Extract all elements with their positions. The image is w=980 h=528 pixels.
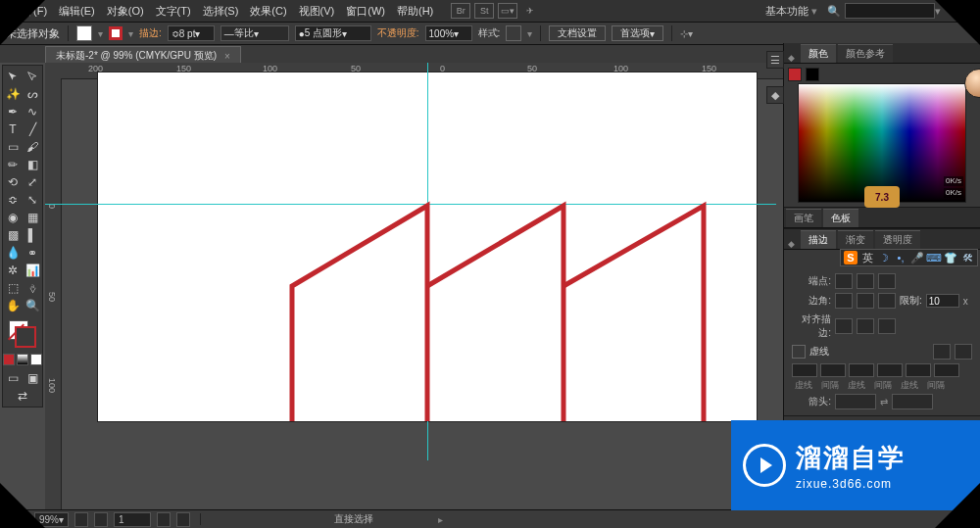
panel-flyout-icon[interactable]: ◆ bbox=[788, 239, 795, 249]
fill-swatch[interactable] bbox=[76, 25, 92, 41]
menu-object[interactable]: 对象(O) bbox=[101, 4, 150, 19]
fill-stroke-control[interactable] bbox=[3, 318, 42, 350]
eyedropper-tool[interactable]: 💧 bbox=[3, 244, 23, 262]
doc-setup-button[interactable]: 文档设置 bbox=[549, 25, 606, 41]
menu-edit[interactable]: 编辑(E) bbox=[53, 4, 101, 19]
tab-stroke[interactable]: 描边 bbox=[801, 230, 836, 249]
ime-toolbox-icon[interactable]: 🛠 bbox=[960, 251, 974, 264]
ime-mic-icon[interactable]: 🎤 bbox=[910, 251, 924, 264]
slice-tool[interactable]: ⎀ bbox=[23, 279, 42, 297]
blend-tool[interactable]: ⚭ bbox=[23, 244, 42, 262]
ime-skin-icon[interactable]: 👕 bbox=[944, 251, 957, 264]
pen-tool[interactable]: ✒ bbox=[3, 103, 23, 120]
zoom-tool[interactable]: 🔍 bbox=[23, 297, 42, 314]
status-dropdown-icon[interactable]: ▸ bbox=[438, 514, 443, 525]
align-inside[interactable] bbox=[857, 318, 874, 334]
rectangle-tool[interactable]: ▭ bbox=[3, 138, 23, 156]
tab-transparency[interactable]: 透明度 bbox=[875, 230, 920, 249]
stroke-swatch[interactable] bbox=[109, 26, 122, 40]
style-swatch[interactable] bbox=[506, 25, 521, 41]
canvas-area[interactable]: 200 150 100 50 0 50 100 150 0 50 100 bbox=[45, 63, 784, 510]
symbol-sprayer-tool[interactable]: ✲ bbox=[3, 262, 23, 279]
ime-logo-icon[interactable]: S bbox=[844, 251, 858, 264]
free-transform-tool[interactable]: ⤡ bbox=[23, 191, 42, 209]
brush-def[interactable]: ● 5 点圆形 ▾ bbox=[295, 25, 371, 41]
menu-help[interactable]: 帮助(H) bbox=[391, 4, 439, 19]
tab-brushes[interactable]: 画笔 bbox=[786, 209, 821, 227]
eraser-tool[interactable]: ◧ bbox=[23, 156, 42, 173]
ime-toolbar[interactable]: S 英 ☽ •, 🎤 ⌨ 👕 🛠 bbox=[840, 249, 978, 266]
ime-moon-icon[interactable]: ☽ bbox=[877, 251, 891, 264]
close-tab-icon[interactable]: × bbox=[224, 51, 230, 62]
workspace-switcher[interactable]: 基本功能 ▾ bbox=[765, 4, 817, 19]
stroke-weight-input[interactable]: ≎ 8 pt ▾ bbox=[168, 25, 215, 41]
dashed-checkbox[interactable] bbox=[792, 345, 806, 359]
miter-limit-input[interactable] bbox=[926, 294, 959, 308]
artwork-path[interactable] bbox=[98, 72, 757, 421]
last-artboard-button[interactable] bbox=[176, 512, 190, 527]
artboard[interactable] bbox=[98, 72, 757, 421]
artboard-tool[interactable]: ⬚ bbox=[3, 279, 23, 297]
perspective-tool[interactable]: ▦ bbox=[23, 209, 42, 226]
tab-color-guide[interactable]: 颜色参考 bbox=[838, 44, 893, 63]
scale-tool[interactable]: ⤢ bbox=[23, 173, 42, 191]
join-round[interactable] bbox=[857, 293, 874, 309]
hand-tool[interactable]: ✋ bbox=[3, 297, 23, 314]
rotate-tool[interactable]: ⟲ bbox=[3, 173, 23, 191]
tab-swatches[interactable]: 色板 bbox=[823, 209, 858, 227]
graph-tool[interactable]: 📊 bbox=[23, 262, 42, 279]
transform-icon[interactable]: ⊹▾ bbox=[680, 28, 693, 39]
dash-align[interactable] bbox=[955, 344, 972, 360]
arrow-end[interactable] bbox=[892, 394, 933, 409]
cap-round[interactable] bbox=[857, 273, 874, 289]
panel-flyout-icon[interactable]: ◆ bbox=[788, 53, 795, 63]
menu-window[interactable]: 窗口(W) bbox=[340, 4, 391, 19]
curvature-tool[interactable]: ∿ bbox=[23, 103, 42, 120]
cap-projecting[interactable] bbox=[878, 273, 896, 289]
current-fill-swatch[interactable] bbox=[788, 68, 802, 81]
magic-wand-tool[interactable]: ✨ bbox=[3, 85, 23, 103]
dash-inputs[interactable] bbox=[788, 361, 976, 379]
stroke-profile[interactable]: — 等比 ▾ bbox=[220, 25, 289, 41]
stroke-label[interactable]: 描边: bbox=[139, 26, 162, 40]
align-outside[interactable] bbox=[878, 318, 896, 334]
paintbrush-tool[interactable]: 🖌 bbox=[23, 138, 42, 156]
mesh-tool[interactable]: ▩ bbox=[3, 226, 23, 244]
ruler-origin[interactable] bbox=[45, 63, 62, 79]
next-artboard-button[interactable] bbox=[157, 512, 171, 527]
edit-toggle[interactable]: ⇄ bbox=[3, 387, 42, 405]
stock-icon[interactable]: St bbox=[474, 3, 494, 19]
search-input[interactable] bbox=[845, 3, 935, 19]
current-stroke-swatch[interactable] bbox=[806, 68, 819, 81]
type-tool[interactable]: T bbox=[3, 120, 23, 138]
screen-mode-full[interactable]: ▣ bbox=[23, 369, 42, 387]
menu-select[interactable]: 选择(S) bbox=[197, 4, 245, 19]
tab-color[interactable]: 颜色 bbox=[801, 44, 836, 63]
shaper-tool[interactable]: ✏ bbox=[3, 156, 23, 173]
prefs-button[interactable]: 首选项 ▾ bbox=[612, 25, 663, 41]
gradient-tool[interactable]: ▌ bbox=[23, 226, 42, 244]
screen-mode-normal[interactable]: ▭ bbox=[3, 369, 23, 387]
ruler-vertical[interactable]: 0 50 100 bbox=[45, 78, 62, 510]
menu-view[interactable]: 视图(V) bbox=[293, 4, 341, 19]
arrow-start[interactable] bbox=[835, 394, 876, 409]
ime-punct-icon[interactable]: •, bbox=[894, 251, 907, 264]
gpu-icon[interactable]: ✈ bbox=[521, 4, 539, 18]
lasso-tool[interactable]: ᔕ bbox=[23, 85, 42, 103]
ime-keyboard-icon[interactable]: ⌨ bbox=[927, 251, 941, 264]
width-tool[interactable]: ≎ bbox=[3, 191, 23, 209]
selection-tool[interactable] bbox=[3, 68, 23, 85]
dash-preserve[interactable] bbox=[933, 344, 951, 360]
opacity-input[interactable]: 100% ▾ bbox=[425, 25, 472, 41]
shape-builder-tool[interactable]: ◉ bbox=[3, 209, 23, 226]
join-miter[interactable] bbox=[835, 293, 853, 309]
style-label[interactable]: 样式: bbox=[478, 26, 501, 40]
first-artboard-button[interactable] bbox=[74, 512, 88, 527]
ime-lang[interactable]: 英 bbox=[860, 251, 874, 264]
menu-effect[interactable]: 效果(C) bbox=[244, 4, 292, 19]
artboard-number[interactable]: 1 bbox=[114, 512, 151, 527]
direct-selection-tool[interactable] bbox=[23, 68, 42, 85]
cap-butt[interactable] bbox=[835, 273, 853, 289]
line-tool[interactable]: ╱ bbox=[23, 120, 42, 138]
menu-type[interactable]: 文字(T) bbox=[150, 4, 197, 19]
